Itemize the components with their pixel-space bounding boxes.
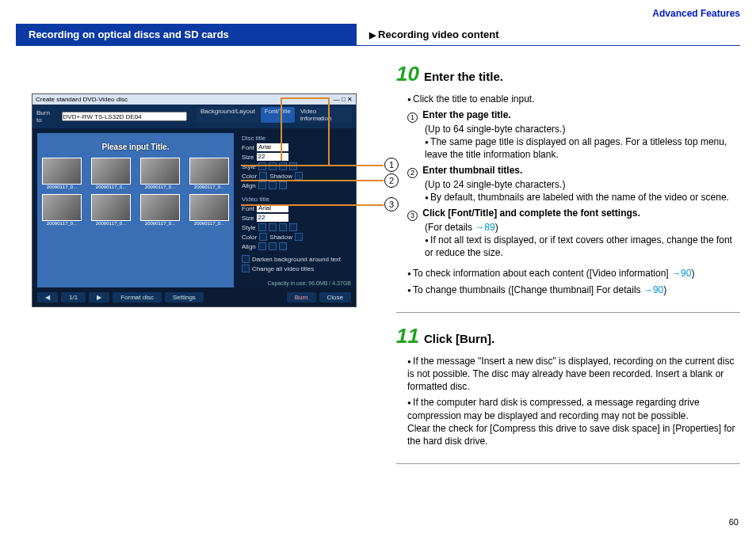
color-pick2[interactable] xyxy=(259,233,267,241)
style-italic[interactable] xyxy=(269,162,277,170)
step-11: 11 Click [Burn]. If the message "Insert … xyxy=(396,324,740,447)
size-select2[interactable]: 22 xyxy=(257,214,288,222)
align-right[interactable] xyxy=(279,181,287,189)
style-bold[interactable] xyxy=(258,162,266,170)
step-10: 10 Enter the title. Click the title to e… xyxy=(396,62,740,296)
align-label: Align xyxy=(242,182,256,189)
nav-page: 1/1 xyxy=(61,292,86,303)
close-button[interactable]: Close xyxy=(319,292,351,303)
tail1-a: To check information about each content … xyxy=(413,268,671,279)
callout-line xyxy=(328,97,330,165)
font-select[interactable]: Arial xyxy=(257,143,288,151)
sub2-bullet: By default, thumbnails are labeled with … xyxy=(425,191,740,204)
color-label: Color xyxy=(242,234,257,241)
step10-sub3: 3 Click [Font/Title] and complete the fo… xyxy=(407,207,740,259)
size-label: Size xyxy=(242,154,254,161)
style-label: Style xyxy=(242,163,256,170)
darken-label: Darken background around text xyxy=(252,256,341,263)
thumbnail[interactable] xyxy=(42,158,82,185)
step11-b2: If the computer hard disk is compressed,… xyxy=(407,396,740,447)
callout-line xyxy=(241,165,384,166)
sub1-note: (Up to 64 single-byte characters.) xyxy=(425,124,565,135)
settings-button[interactable]: Settings xyxy=(165,292,204,303)
style-strike[interactable] xyxy=(289,162,297,170)
style-b2[interactable] xyxy=(258,223,266,231)
style-i2[interactable] xyxy=(269,223,277,231)
sub2-note: (Up to 24 single-byte characters.) xyxy=(425,179,565,190)
align-center[interactable] xyxy=(269,181,277,189)
capacity-text: Capacity in use: 96.0MB / 4.37GB xyxy=(268,280,351,286)
thumbnail[interactable] xyxy=(140,158,180,185)
step10-bullet: Click the title to enable input. xyxy=(407,93,740,105)
size-select[interactable]: 22 xyxy=(257,153,288,161)
sub2-label: Enter thumbnail titles. xyxy=(422,165,522,176)
align-r2[interactable] xyxy=(279,242,287,250)
callout-3: 3 xyxy=(384,197,399,211)
callout-1: 1 xyxy=(384,158,399,172)
color-pick[interactable] xyxy=(259,172,267,180)
disc-title-section: Disc title xyxy=(242,135,353,142)
header-left: Recording on optical discs and SD cards xyxy=(16,24,357,45)
sub3-bullet: If not all text is displayed, or if text… xyxy=(425,234,740,259)
step11-b2-sub: Clear the check for [Compress this drive… xyxy=(407,423,735,447)
link-89[interactable]: →89 xyxy=(475,222,494,233)
thumbnail-label: 20090117_0... xyxy=(189,221,229,226)
style-label: Style xyxy=(242,224,256,231)
sub3-note-b: ) xyxy=(495,222,498,233)
burn-to-field[interactable] xyxy=(62,112,187,121)
thumbnail-label: 20090117_0... xyxy=(91,185,131,189)
tab-video-info[interactable]: Video information xyxy=(296,107,352,123)
window-title: Create standard DVD-Video disc xyxy=(36,96,128,103)
video-title-section: Video title xyxy=(242,196,353,203)
preview-title[interactable]: Please input Title. xyxy=(37,143,234,151)
tab-background[interactable]: Background/Layout xyxy=(197,107,259,123)
nav-prev[interactable]: ◀ xyxy=(37,292,58,303)
sub1-bullet: The same page title is displayed on all … xyxy=(425,135,740,161)
thumbnail[interactable] xyxy=(189,194,229,221)
thumbnail[interactable] xyxy=(91,194,131,221)
thumbnail-label: 20090117_0... xyxy=(140,221,180,226)
style-u2[interactable] xyxy=(279,223,287,231)
circled-2-icon: 2 xyxy=(407,168,418,178)
align-c2[interactable] xyxy=(269,242,277,250)
align-left[interactable] xyxy=(258,181,266,189)
shadow-pick2[interactable] xyxy=(295,233,303,241)
separator xyxy=(396,463,740,464)
thumbnail-label: 20090117_0... xyxy=(91,221,131,226)
side-panel: Disc title FontArial Size22 Style ColorS… xyxy=(239,128,356,301)
link-90b[interactable]: →90 xyxy=(643,284,663,295)
callout-line xyxy=(241,204,384,206)
preview-pane: Please input Title. 20090117_0... 200901… xyxy=(37,133,234,296)
align-label: Align xyxy=(242,243,256,250)
step-number: 11 xyxy=(396,324,419,348)
app-titlebar: Create standard DVD-Video disc — □ ✕ xyxy=(32,94,356,105)
thumbnail[interactable] xyxy=(189,158,229,185)
link-90a[interactable]: →90 xyxy=(671,268,691,279)
callout-2: 2 xyxy=(384,173,399,188)
burn-to-label: Burn to xyxy=(36,109,57,124)
thumbnail[interactable] xyxy=(42,194,82,221)
thumbnail[interactable] xyxy=(91,158,131,185)
format-disc-button[interactable]: Format disc xyxy=(113,292,162,303)
category-header: Advanced Features xyxy=(16,8,740,19)
header-right: Recording video content xyxy=(357,24,511,45)
nav-next[interactable]: ▶ xyxy=(89,292,109,303)
callout-line xyxy=(281,97,328,99)
style-underline[interactable] xyxy=(279,162,287,170)
align-l2[interactable] xyxy=(258,242,266,250)
style-s2[interactable] xyxy=(289,223,297,231)
burn-button[interactable]: Burn xyxy=(287,292,316,303)
thumbnail-label: 20090117_0... xyxy=(42,221,82,226)
change-all-check[interactable] xyxy=(242,265,250,272)
step-title: Enter the title. xyxy=(424,70,503,83)
shadow-pick[interactable] xyxy=(295,172,303,180)
step-title: Click [Burn]. xyxy=(424,332,494,345)
font-label: Font xyxy=(242,144,254,151)
tail2-a: To change thumbnails ([Change thumbnail]… xyxy=(413,284,643,295)
page-number: 60 xyxy=(729,517,739,527)
thumbnail[interactable] xyxy=(140,194,180,221)
step10-tail1: To check information about each content … xyxy=(407,267,740,280)
tab-font-title[interactable]: Font/Title xyxy=(261,107,295,123)
size-label: Size xyxy=(242,215,254,222)
darken-check[interactable] xyxy=(242,255,250,263)
